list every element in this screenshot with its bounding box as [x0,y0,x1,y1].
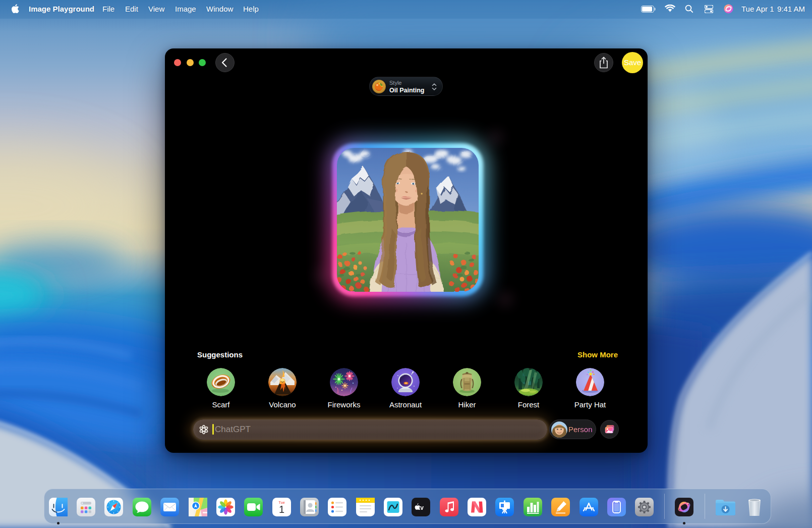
svg-text:1: 1 [279,504,284,515]
